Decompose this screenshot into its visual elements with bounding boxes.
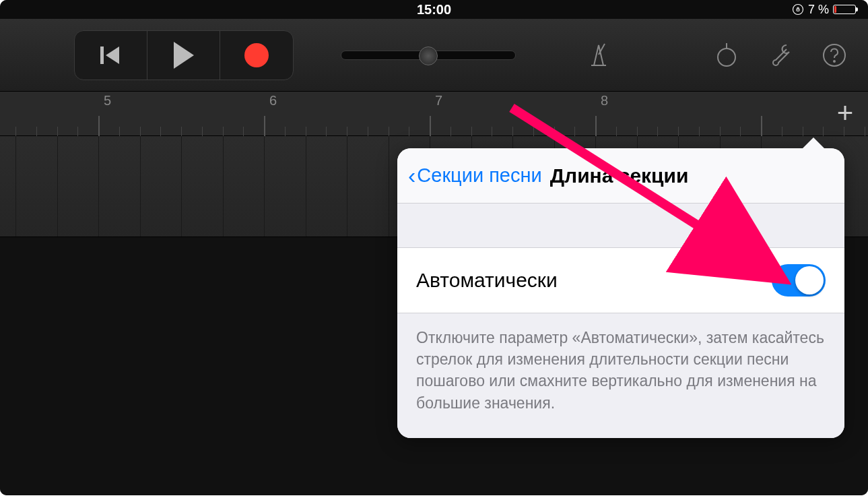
svg-rect-2 <box>100 46 104 64</box>
svg-point-9 <box>834 61 835 62</box>
automatic-label: Автоматически <box>416 269 558 292</box>
section-length-popover: ‹ Секции песни Длина секции Автоматическ… <box>397 148 844 438</box>
svg-point-0 <box>793 5 803 15</box>
loop-button[interactable] <box>706 35 747 75</box>
grid-line <box>347 136 347 237</box>
ruler-minor-tick <box>389 127 389 136</box>
ruler-minor-tick <box>616 127 617 136</box>
ruler-minor-tick <box>699 127 700 136</box>
help-icon <box>820 41 848 69</box>
ruler-minor-tick <box>306 127 306 136</box>
ruler-minor-tick <box>36 127 37 136</box>
scrubber[interactable] <box>341 51 516 60</box>
play-button[interactable] <box>147 31 220 80</box>
settings-button[interactable] <box>760 35 801 75</box>
ruler-minor-tick <box>803 127 803 136</box>
ruler-minor-tick <box>243 127 244 136</box>
ruler-bar-number: 6 <box>269 93 277 108</box>
ruler-minor-tick <box>678 127 679 136</box>
status-time: 15:00 <box>417 2 451 18</box>
popover-title: Длина секции <box>550 164 689 187</box>
ruler-bar-number: 5 <box>104 93 111 108</box>
automatic-toggle[interactable] <box>772 264 826 297</box>
svg-point-8 <box>824 44 845 66</box>
toolbar <box>0 19 868 92</box>
ruler-minor-tick <box>57 127 58 136</box>
ruler-minor-tick <box>77 127 78 136</box>
ruler-minor-tick <box>140 127 141 136</box>
ruler-minor-tick <box>782 127 782 136</box>
ruler-major-tick <box>430 116 431 136</box>
toggle-knob <box>795 266 824 294</box>
metronome-button[interactable] <box>578 35 619 75</box>
ruler-minor-tick <box>160 127 161 136</box>
battery-percentage: 7 % <box>808 3 829 17</box>
ruler-minor-tick <box>637 127 638 136</box>
grid-line <box>223 136 224 237</box>
wrench-icon <box>766 41 795 69</box>
ruler-minor-tick <box>720 127 721 136</box>
ruler-minor-tick <box>450 127 451 136</box>
status-right: 7 % <box>451 3 856 17</box>
ruler-minor-tick <box>368 127 368 136</box>
ruler-minor-tick <box>223 127 224 136</box>
ruler-minor-tick <box>181 127 182 136</box>
ruler-minor-tick <box>15 127 16 136</box>
loop-icon <box>712 41 741 69</box>
ruler-minor-tick <box>574 127 575 136</box>
timeline-ruler[interactable]: 45678 + <box>0 92 868 136</box>
ruler-minor-tick <box>512 127 513 136</box>
ruler-bar-number: 8 <box>601 93 608 108</box>
skip-back-icon <box>99 45 123 65</box>
ruler-minor-tick <box>740 127 741 136</box>
help-button[interactable] <box>814 35 855 75</box>
status-bar: 15:00 7 % <box>0 0 868 19</box>
ruler-minor-tick <box>657 127 658 136</box>
ruler-minor-tick <box>326 127 327 136</box>
rotation-lock-icon <box>792 3 804 15</box>
ruler-minor-tick <box>865 127 865 136</box>
ruler-major-tick <box>761 116 762 136</box>
popover-spacer <box>397 204 844 248</box>
ruler-minor-tick <box>492 127 492 136</box>
automatic-row: Автоматически <box>397 248 844 313</box>
ruler-major-tick <box>98 116 100 136</box>
grid-line <box>264 136 265 237</box>
popover-header: ‹ Секции песни Длина секции <box>397 148 844 204</box>
grid-line <box>140 136 141 237</box>
ruler-major-tick <box>595 116 597 136</box>
ruler-minor-tick <box>202 127 203 136</box>
back-label: Секции песни <box>417 164 541 187</box>
ruler-minor-tick <box>554 127 555 136</box>
record-button[interactable] <box>220 31 293 80</box>
svg-marker-3 <box>106 46 119 64</box>
ruler-minor-tick <box>471 127 472 136</box>
add-section-button[interactable]: + <box>829 97 861 129</box>
battery-fill <box>834 6 836 13</box>
ruler-minor-tick <box>119 127 120 136</box>
ruler-minor-tick <box>409 127 409 136</box>
record-icon <box>244 43 269 67</box>
ruler-minor-tick <box>285 127 286 136</box>
grid-line <box>181 136 182 237</box>
play-icon <box>174 42 194 69</box>
ruler-minor-tick <box>533 127 534 136</box>
ruler-bar-number: 7 <box>435 93 442 108</box>
ruler-major-tick <box>264 116 265 136</box>
rewind-button[interactable] <box>75 31 147 80</box>
scrubber-thumb[interactable] <box>419 46 438 65</box>
transport-controls <box>74 30 294 80</box>
plus-icon: + <box>837 97 854 129</box>
grid-line <box>15 136 16 237</box>
popover-footer-text: Отключите параметр «Автоматически», зате… <box>397 313 844 438</box>
grid-line <box>98 136 99 237</box>
ruler-minor-tick <box>823 127 824 136</box>
metronome-icon <box>585 41 613 69</box>
svg-rect-1 <box>797 9 799 11</box>
app-window: 15:00 7 % <box>0 0 868 495</box>
svg-point-6 <box>718 49 735 66</box>
back-button[interactable]: ‹ Секции песни <box>408 164 542 187</box>
grid-line <box>306 136 306 237</box>
ruler-minor-tick <box>347 127 347 136</box>
grid-line <box>389 136 389 237</box>
